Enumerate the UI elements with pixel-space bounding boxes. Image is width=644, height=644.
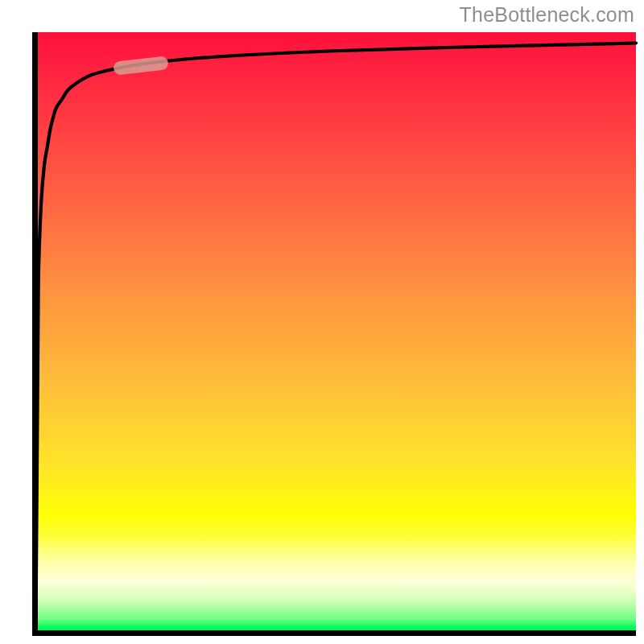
chart-stage: TheBottleneck.com (0, 0, 644, 644)
plot-area (32, 32, 636, 636)
watermark-text: TheBottleneck.com (460, 3, 634, 27)
x-axis (32, 630, 636, 636)
performance-curve (36, 43, 637, 625)
y-axis (32, 32, 38, 636)
curve-layer (32, 32, 636, 636)
